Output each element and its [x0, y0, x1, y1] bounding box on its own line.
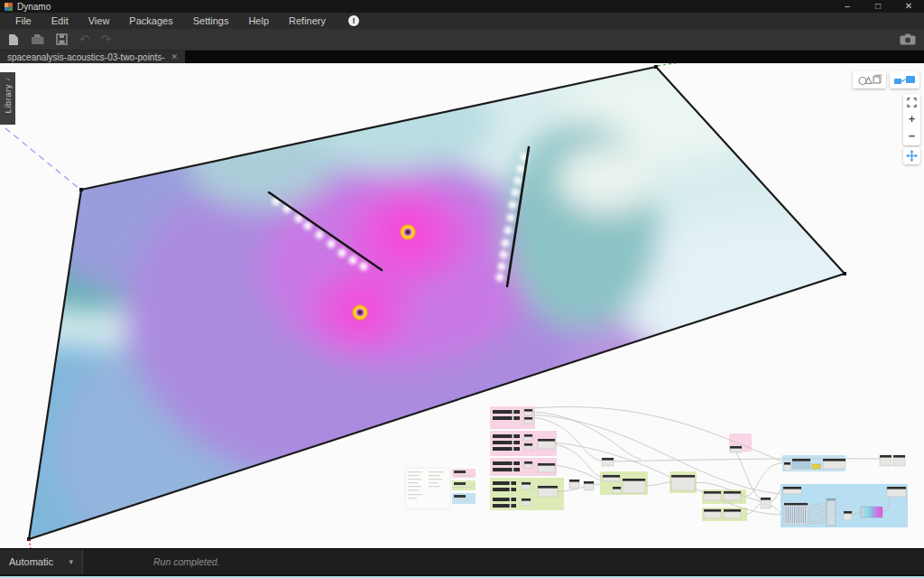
run-mode-dropdown[interactable]: Automatic ▾	[0, 549, 83, 574]
node-n[interactable]	[613, 487, 621, 493]
node-s[interactable]	[493, 416, 520, 421]
node-line[interactable]	[408, 475, 420, 476]
node-group[interactable]	[452, 480, 476, 490]
node-graph-minimap[interactable]	[405, 406, 908, 527]
node-n[interactable]	[602, 458, 614, 466]
geometry-view-toggle[interactable]	[853, 71, 886, 89]
node-s[interactable]	[493, 447, 520, 452]
node-bar[interactable]	[454, 482, 466, 485]
notification-alert-icon[interactable]: !	[348, 15, 359, 26]
node-n[interactable]	[761, 498, 771, 508]
node-n[interactable]	[584, 481, 594, 490]
node-line[interactable]	[408, 482, 418, 483]
node-line[interactable]	[429, 475, 439, 476]
node-n[interactable]	[522, 482, 531, 489]
node-line[interactable]	[429, 486, 440, 487]
node-s[interactable]	[493, 498, 516, 502]
node-line[interactable]	[454, 499, 472, 500]
maximize-button[interactable]: □	[863, 0, 893, 13]
node-n[interactable]	[844, 511, 852, 520]
node-n[interactable]	[784, 462, 790, 471]
tab-close-icon[interactable]: ✕	[171, 52, 179, 61]
fit-to-screen-icon[interactable]	[907, 98, 917, 107]
node-n[interactable]	[524, 443, 532, 450]
node-s[interactable]	[493, 410, 520, 415]
close-button[interactable]: ✕	[893, 0, 924, 13]
workspace-canvas[interactable]: → Library + −	[0, 63, 924, 548]
open-file-button[interactable]	[31, 33, 44, 45]
menu-view[interactable]: View	[79, 13, 120, 29]
node-line[interactable]	[454, 475, 472, 476]
node-s[interactable]	[493, 468, 520, 472]
node-n[interactable]	[671, 475, 695, 490]
node-n[interactable]	[538, 463, 555, 472]
tab-spaceanalysis[interactable]: spaceanalysis-acoustics-03-two-points- ✕	[0, 51, 185, 63]
node-line[interactable]	[408, 498, 417, 499]
node-n[interactable]	[524, 434, 532, 441]
node-n[interactable]	[524, 461, 532, 468]
node-tall[interactable]	[827, 499, 836, 526]
node-n[interactable]	[704, 491, 721, 500]
node-line[interactable]	[454, 487, 472, 488]
node-s[interactable]	[493, 504, 516, 508]
node-s[interactable]	[493, 461, 520, 466]
menu-refinery[interactable]: Refinery	[279, 13, 336, 29]
node-bar[interactable]	[454, 471, 466, 473]
save-button[interactable]	[56, 33, 68, 45]
node-n[interactable]	[524, 409, 532, 415]
menu-settings[interactable]: Settings	[183, 13, 239, 29]
node-n[interactable]	[623, 479, 645, 493]
node-line[interactable]	[408, 494, 422, 495]
menu-packages[interactable]: Packages	[119, 13, 182, 29]
node-n[interactable]	[880, 455, 892, 466]
node-y[interactable]	[812, 464, 820, 469]
node-bar[interactable]	[454, 495, 466, 498]
graph-view-toggle[interactable]	[890, 71, 919, 89]
new-file-button[interactable]	[8, 33, 19, 46]
node-n[interactable]	[569, 480, 579, 489]
redo-button[interactable]: ↷	[101, 33, 111, 46]
node-s[interactable]	[493, 481, 516, 486]
library-flyout-tab[interactable]: → Library	[0, 72, 15, 125]
minimize-button[interactable]: –	[832, 0, 863, 13]
node-n[interactable]	[887, 487, 906, 497]
node-n[interactable]	[704, 509, 721, 518]
node-n[interactable]	[522, 499, 531, 506]
node-line[interactable]	[429, 471, 444, 472]
pan-button[interactable]	[903, 147, 920, 164]
node-group[interactable]	[405, 468, 450, 508]
node-line[interactable]	[408, 486, 421, 487]
node-n[interactable]	[730, 446, 742, 452]
run-bar: Automatic ▾ Run completed.	[0, 548, 924, 574]
node-line[interactable]	[429, 482, 438, 483]
node-b[interactable]	[792, 459, 810, 469]
node-n[interactable]	[724, 491, 741, 500]
zoom-controls: + −	[903, 94, 920, 145]
node-n[interactable]	[893, 455, 905, 466]
export-image-button[interactable]	[900, 33, 916, 45]
node-group[interactable]	[452, 493, 476, 504]
node-line[interactable]	[408, 471, 422, 472]
menu-edit[interactable]: Edit	[42, 13, 79, 29]
node-grad[interactable]	[861, 507, 882, 517]
node-line[interactable]	[408, 479, 421, 480]
node-n[interactable]	[783, 487, 801, 494]
zoom-in-button[interactable]: +	[909, 114, 916, 125]
node-n[interactable]	[724, 509, 741, 518]
node-s[interactable]	[493, 434, 520, 439]
node-line[interactable]	[429, 479, 442, 480]
zoom-out-button[interactable]: −	[909, 131, 916, 142]
node-list[interactable]	[784, 503, 808, 525]
node-n[interactable]	[538, 486, 558, 497]
node-n[interactable]	[823, 459, 845, 469]
menu-help[interactable]: Help	[238, 13, 279, 29]
node-n[interactable]	[538, 439, 555, 449]
node-n[interactable]	[603, 475, 620, 481]
node-line[interactable]	[408, 489, 419, 490]
expand-arrow-icon: →	[3, 73, 13, 83]
menu-file[interactable]: File	[5, 13, 42, 29]
node-n[interactable]	[524, 417, 532, 424]
node-s[interactable]	[493, 441, 520, 445]
undo-button[interactable]: ↶	[79, 33, 89, 46]
node-s[interactable]	[493, 488, 516, 492]
